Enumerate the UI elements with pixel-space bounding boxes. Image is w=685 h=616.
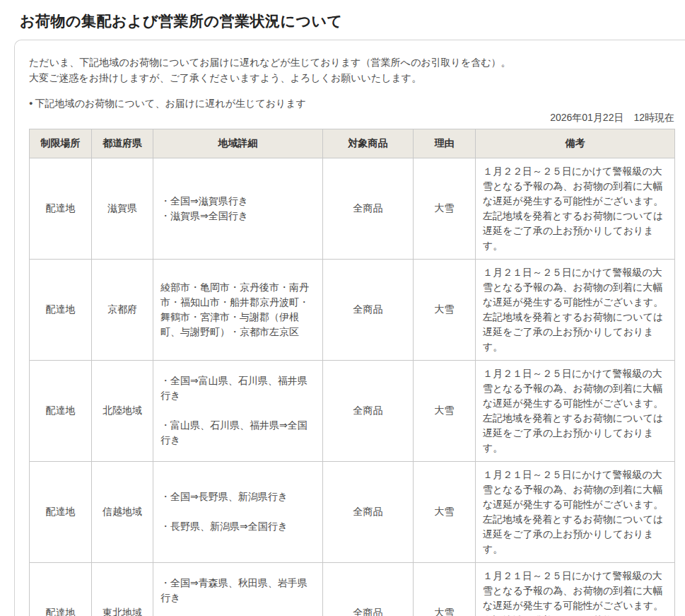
section-heading-label: 下記地域のお荷物について、お届けに遅れが生じております (35, 98, 306, 110)
intro-line-2: 大変ご迷惑をお掛けしますが、ご了承くださいますよう、よろしくお願いいたします。 (29, 72, 421, 83)
area-detail-line: ・富山県、石川県、福井県⇒全国行き (160, 418, 315, 448)
cell-reason: 大雪 (414, 360, 476, 461)
area-detail-line: ・長野県、新潟県⇒全国行き (160, 519, 315, 534)
cell-note: １月２１日～２５日にかけて警報級の大雪となる予報の為、お荷物の到着に大幅な遅延が… (476, 360, 675, 461)
cell-area-detail: ・全国⇒長野県、新潟県行き・長野県、新潟県⇒全国行き (153, 461, 323, 562)
intro-text: ただいま、下記地域のお荷物についてお届けに遅れなどが生じております（営業所へのお… (29, 54, 674, 86)
cell-prefecture: 信越地域 (92, 461, 153, 562)
column-header-1: 制限場所 (30, 129, 92, 158)
table-header-row: 制限場所都道府県地域詳細対象商品理由備考 (30, 129, 675, 158)
table-row: 配達地信越地域・全国⇒長野県、新潟県行き・長野県、新潟県⇒全国行き全商品大雪１月… (30, 461, 675, 562)
cell-note: １月２１日～２５日にかけて警報級の大雪となる予報の為、お荷物の到着に大幅な遅延が… (476, 461, 675, 562)
cell-note: １月２１日～２５日にかけて警報級の大雪となる予報の為、お荷物の到着に大幅な遅延が… (476, 259, 675, 360)
cell-reason: 大雪 (414, 562, 476, 616)
cell-prefecture: 北陸地域 (92, 360, 153, 461)
area-detail-line: ・全国⇒滋賀県行き (160, 194, 315, 209)
table-row: 配達地北陸地域・全国⇒富山県、石川県、福井県行き・富山県、石川県、福井県⇒全国行… (30, 360, 675, 461)
area-detail-line: ・滋賀県⇒全国行き (160, 209, 315, 223)
delay-status-table: 制限場所都道府県地域詳細対象商品理由備考 配達地滋賀県・全国⇒滋賀県行き・滋賀県… (29, 129, 675, 616)
area-detail-line: 綾部市・亀岡市・京丹後市・南丹市・福知山市・船井郡京丹波町・舞鶴市・宮津市・与謝… (160, 280, 315, 339)
cell-restriction-place: 配達地 (30, 259, 92, 360)
column-header-5: 理由 (414, 129, 476, 158)
page-title: お荷物の集配および営業所の営業状況について (20, 11, 685, 31)
area-detail-line (160, 403, 315, 418)
panel-content: ただいま、下記地域のお荷物についてお届けに遅れなどが生じております（営業所へのお… (29, 54, 674, 616)
area-detail-line: ・全国⇒富山県、石川県、福井県行き (160, 373, 315, 403)
cell-reason: 大雪 (414, 158, 476, 259)
cell-prefecture: 東北地域 (92, 562, 153, 616)
area-detail-line (160, 605, 315, 616)
cell-restriction-place: 配達地 (30, 461, 92, 562)
table-row: 配達地滋賀県・全国⇒滋賀県行き・滋賀県⇒全国行き全商品大雪１月２２日～２５日にか… (30, 158, 675, 259)
cell-note: １月２２日～２５日にかけて警報級の大雪となる予報の為、お荷物の到着に大幅な遅延が… (476, 158, 675, 259)
cell-prefecture: 京都府 (92, 259, 153, 360)
timestamp: 2026年01月22日 12時現在 (29, 112, 674, 124)
cell-area-detail: ・全国⇒富山県、石川県、福井県行き・富山県、石川県、福井県⇒全国行き (153, 360, 323, 461)
cell-area-detail: 綾部市・亀岡市・京丹後市・南丹市・福知山市・船井郡京丹波町・舞鶴市・宮津市・与謝… (153, 259, 323, 360)
area-detail-line (160, 504, 315, 519)
cell-target-products: 全商品 (323, 259, 414, 360)
status-panel: ただいま、下記地域のお荷物についてお届けに遅れなどが生じております（営業所へのお… (14, 40, 685, 616)
cell-prefecture: 滋賀県 (92, 158, 153, 259)
intro-line-1: ただいま、下記地域のお荷物についてお届けに遅れなどが生じております（営業所へのお… (29, 57, 511, 68)
cell-target-products: 全商品 (323, 562, 414, 616)
table-row: 配達地東北地域・全国⇒青森県、秋田県、岩手県行き・青森県、秋田県、岩手県⇒全国行… (30, 562, 675, 616)
section-heading: ● 下記地域のお荷物について、お届けに遅れが生じております (29, 98, 674, 110)
area-detail-line: ・全国⇒青森県、秋田県、岩手県行き (160, 576, 315, 605)
cell-target-products: 全商品 (323, 461, 414, 562)
table-row: 配達地京都府綾部市・亀岡市・京丹後市・南丹市・福知山市・船井郡京丹波町・舞鶴市・… (30, 259, 675, 360)
cell-target-products: 全商品 (323, 360, 414, 461)
cell-target-products: 全商品 (323, 158, 414, 259)
cell-restriction-place: 配達地 (30, 158, 92, 259)
column-header-4: 対象商品 (323, 129, 414, 158)
cell-reason: 大雪 (414, 259, 476, 360)
cell-note: １月２１日～２５日にかけて警報級の大雪となる予報の為、お荷物の到着に大幅な遅延が… (476, 562, 675, 616)
cell-area-detail: ・全国⇒青森県、秋田県、岩手県行き・青森県、秋田県、岩手県⇒全国行き (153, 562, 323, 616)
column-header-2: 都道府県 (92, 129, 153, 158)
cell-restriction-place: 配達地 (30, 562, 92, 616)
bullet-icon: ● (29, 100, 33, 107)
cell-reason: 大雪 (414, 461, 476, 562)
column-header-3: 地域詳細 (153, 129, 323, 158)
cell-restriction-place: 配達地 (30, 360, 92, 461)
area-detail-line: ・全国⇒長野県、新潟県行き (160, 489, 315, 504)
column-header-6: 備考 (476, 129, 675, 158)
cell-area-detail: ・全国⇒滋賀県行き・滋賀県⇒全国行き (153, 158, 323, 259)
